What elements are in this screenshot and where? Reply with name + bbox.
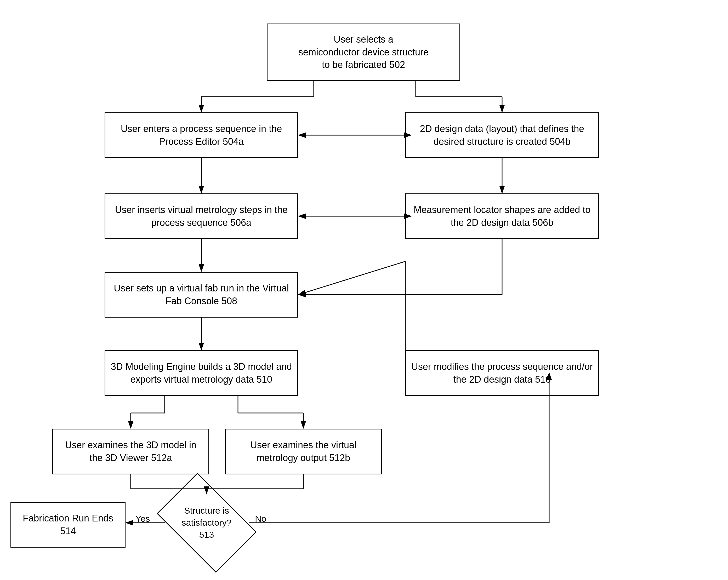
box-504b: 2D design data (layout) that defines the…: [405, 112, 599, 158]
box-502: User selects a semiconductor device stru…: [267, 24, 460, 81]
diamond-513: Structure is satisfactory? 513: [165, 494, 249, 552]
yes-label: Yes: [135, 513, 150, 524]
box-510: 3D Modeling Engine builds a 3D model and…: [105, 350, 298, 396]
no-label: No: [255, 513, 266, 524]
box-506b: Measurement locator shapes are added to …: [405, 193, 599, 239]
box-516: User modifies the process sequence and/o…: [405, 350, 599, 396]
box-512a: User examines the 3D model in the 3D Vie…: [52, 429, 209, 474]
box-508: User sets up a virtual fab run in the Vi…: [105, 272, 298, 318]
diamond-label-513: Structure is satisfactory? 513: [174, 505, 239, 541]
svg-line-31: [298, 261, 405, 295]
box-506a: User inserts virtual metrology steps in …: [105, 193, 298, 239]
box-504a: User enters a process sequence in the Pr…: [105, 112, 298, 158]
box-514: Fabrication Run Ends 514: [10, 502, 126, 548]
flowchart: User selects a semiconductor device stru…: [0, 0, 728, 580]
box-512b: User examines the virtual metrology outp…: [225, 429, 382, 474]
